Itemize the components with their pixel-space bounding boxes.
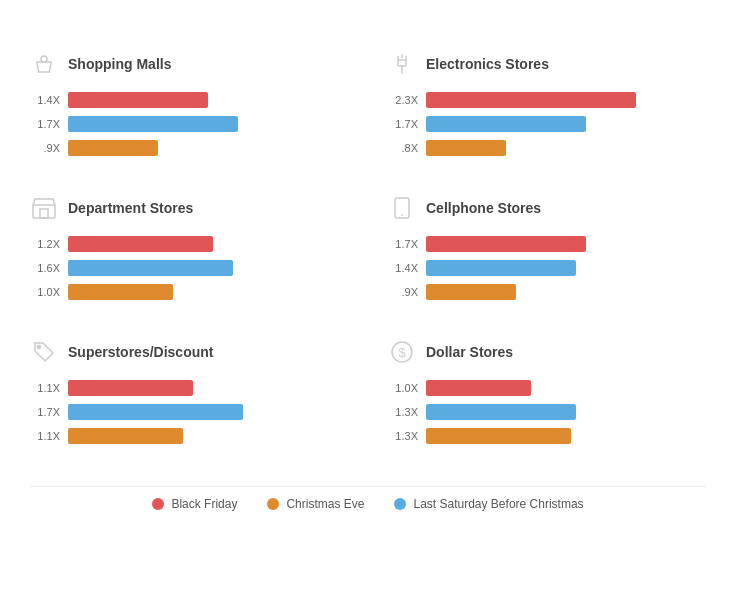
svg-text:$: $ xyxy=(398,345,406,360)
bar-blue xyxy=(68,260,233,276)
section-department-stores: Department Stores1.2X1.6X1.0X xyxy=(30,184,348,318)
section-title-department-stores: Department Stores xyxy=(68,200,193,216)
section-cellphone-stores: Cellphone Stores1.7X1.4X.9X xyxy=(388,184,706,318)
bar-orange xyxy=(426,284,516,300)
bar-label: 1.0X xyxy=(388,382,418,394)
bar-row: 1.1X xyxy=(30,428,348,444)
section-title-dollar-stores: Dollar Stores xyxy=(426,344,513,360)
section-header-superstores: Superstores/Discount xyxy=(30,338,348,366)
section-title-shopping-malls: Shopping Malls xyxy=(68,56,171,72)
svg-point-10 xyxy=(38,346,41,349)
section-title-cellphone-stores: Cellphone Stores xyxy=(426,200,541,216)
store-icon xyxy=(30,194,58,222)
bar-label: 1.3X xyxy=(388,430,418,442)
bar-blue xyxy=(68,116,238,132)
bar-red xyxy=(68,92,208,108)
bar-row: 1.7X xyxy=(388,116,706,132)
bar-red xyxy=(426,380,531,396)
bar-label: 1.4X xyxy=(30,94,60,106)
legend-item-last-saturday: Last Saturday Before Christmas xyxy=(394,497,583,511)
bar-blue xyxy=(426,116,586,132)
bar-row: 1.4X xyxy=(388,260,706,276)
bar-row: 1.3X xyxy=(388,404,706,420)
legend-dot-last-saturday xyxy=(394,498,406,510)
bar-row: 1.7X xyxy=(30,116,348,132)
bar-red xyxy=(68,380,193,396)
bar-row: 1.0X xyxy=(388,380,706,396)
bar-label: 1.7X xyxy=(388,118,418,130)
bar-row: 1.0X xyxy=(30,284,348,300)
legend-item-black-friday: Black Friday xyxy=(152,497,237,511)
legend-label-black-friday: Black Friday xyxy=(171,497,237,511)
bar-orange xyxy=(68,428,183,444)
sections-grid: Shopping Malls1.4X1.7X.9X Electronics St… xyxy=(30,40,706,462)
plug-icon xyxy=(388,50,416,78)
bar-row: 1.4X xyxy=(30,92,348,108)
bar-row: 1.3X xyxy=(388,428,706,444)
bar-blue xyxy=(426,260,576,276)
bar-label: 1.6X xyxy=(30,262,60,274)
bar-row: 2.3X xyxy=(388,92,706,108)
bar-label: 1.1X xyxy=(30,382,60,394)
legend-dot-black-friday xyxy=(152,498,164,510)
bar-row: 1.1X xyxy=(30,380,348,396)
bar-label: 1.3X xyxy=(388,406,418,418)
bar-row: .8X xyxy=(388,140,706,156)
svg-point-0 xyxy=(41,56,47,62)
dollar-icon: $ xyxy=(388,338,416,366)
section-header-dollar-stores: $ Dollar Stores xyxy=(388,338,706,366)
section-dollar-stores: $ Dollar Stores1.0X1.3X1.3X xyxy=(388,328,706,462)
bar-row: 1.7X xyxy=(30,404,348,420)
bar-label: 1.7X xyxy=(388,238,418,250)
bag-icon xyxy=(30,50,58,78)
section-header-shopping-malls: Shopping Malls xyxy=(30,50,348,78)
bar-row: .9X xyxy=(30,140,348,156)
bar-blue xyxy=(426,404,576,420)
section-superstores: Superstores/Discount1.1X1.7X1.1X xyxy=(30,328,348,462)
bar-label: 1.7X xyxy=(30,406,60,418)
bar-label: 1.4X xyxy=(388,262,418,274)
bar-label: 1.0X xyxy=(30,286,60,298)
section-header-electronics-stores: Electronics Stores xyxy=(388,50,706,78)
section-shopping-malls: Shopping Malls1.4X1.7X.9X xyxy=(30,40,348,174)
bar-blue xyxy=(68,404,243,420)
bar-row: 1.6X xyxy=(30,260,348,276)
tag-icon xyxy=(30,338,58,366)
bar-row: .9X xyxy=(388,284,706,300)
bar-label: .9X xyxy=(388,286,418,298)
phone-icon xyxy=(388,194,416,222)
bar-label: 1.7X xyxy=(30,118,60,130)
bar-label: .9X xyxy=(30,142,60,154)
bar-label: 2.3X xyxy=(388,94,418,106)
legend-dot-christmas-eve xyxy=(267,498,279,510)
section-title-electronics-stores: Electronics Stores xyxy=(426,56,549,72)
legend-item-christmas-eve: Christmas Eve xyxy=(267,497,364,511)
bar-red xyxy=(426,92,636,108)
bar-orange xyxy=(68,140,158,156)
bar-orange xyxy=(426,140,506,156)
bar-label: 1.2X xyxy=(30,238,60,250)
bar-orange xyxy=(68,284,173,300)
bar-red xyxy=(426,236,586,252)
legend: Black FridayChristmas EveLast Saturday B… xyxy=(30,486,706,511)
legend-label-christmas-eve: Christmas Eve xyxy=(286,497,364,511)
bar-red xyxy=(68,236,213,252)
bar-label: .8X xyxy=(388,142,418,154)
svg-rect-4 xyxy=(398,60,406,66)
bar-row: 1.7X xyxy=(388,236,706,252)
svg-rect-6 xyxy=(33,205,55,218)
bar-orange xyxy=(426,428,571,444)
section-electronics-stores: Electronics Stores2.3X1.7X.8X xyxy=(388,40,706,174)
bar-label: 1.1X xyxy=(30,430,60,442)
section-title-superstores: Superstores/Discount xyxy=(68,344,213,360)
section-header-department-stores: Department Stores xyxy=(30,194,348,222)
bar-row: 1.2X xyxy=(30,236,348,252)
legend-label-last-saturday: Last Saturday Before Christmas xyxy=(413,497,583,511)
section-header-cellphone-stores: Cellphone Stores xyxy=(388,194,706,222)
svg-rect-7 xyxy=(40,209,48,218)
